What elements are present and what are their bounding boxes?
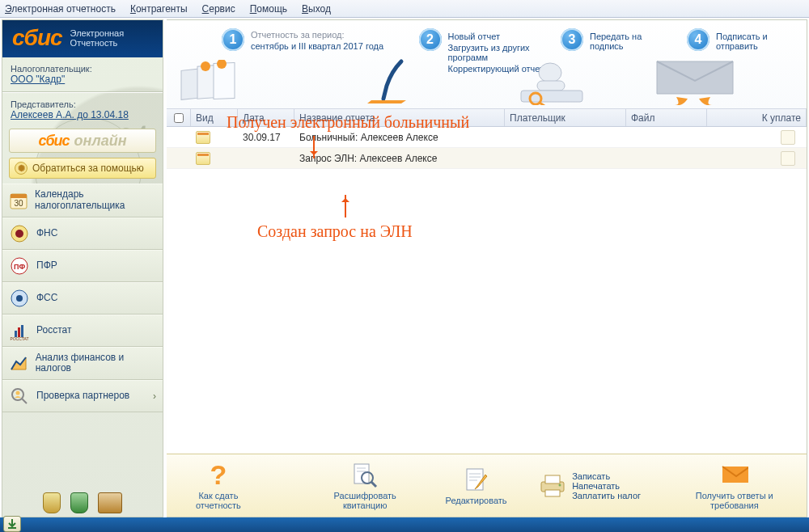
taxpayer-name[interactable]: ООО "Кадр" xyxy=(11,74,155,85)
question-icon: ? xyxy=(205,462,232,489)
step4-sign-send-link[interactable]: Подписать и отправить xyxy=(716,32,800,51)
svg-point-20 xyxy=(201,61,210,71)
col-pay[interactable]: К уплате xyxy=(707,109,807,126)
svg-point-8 xyxy=(16,295,23,302)
books-illustration-icon xyxy=(176,60,241,105)
svg-point-40 xyxy=(559,483,561,486)
sbis-online-button[interactable]: сбис онлайн xyxy=(9,129,156,153)
clerk-illustration-icon xyxy=(518,57,587,105)
tool-decrypt[interactable]: Расшифровать квитанцию xyxy=(311,462,420,510)
representative-name[interactable]: Алексеев А.А. до 13.04.18 xyxy=(11,109,155,120)
row-action-icon[interactable] xyxy=(781,130,795,145)
svg-rect-33 xyxy=(467,469,483,490)
tool-print-link[interactable]: Напечатать xyxy=(572,481,620,491)
step1-period-link[interactable]: сентябрь и III квартал 2017 года xyxy=(251,41,383,51)
pfr-emblem-icon: ПФ xyxy=(9,255,30,277)
svg-rect-1 xyxy=(11,194,27,198)
fss-emblem-icon xyxy=(9,288,30,309)
svg-rect-39 xyxy=(545,490,560,496)
fns-emblem-icon xyxy=(9,223,30,244)
help-button[interactable]: ✺ Обратиться за помощью xyxy=(9,158,156,179)
table-row[interactable]: 30.09.17 Больничный: Алексеев Алексе xyxy=(167,127,807,148)
calendar-icon: 30 xyxy=(9,190,28,211)
col-name[interactable]: Название отчета xyxy=(294,109,505,126)
taxpayer-label: Налогоплательщик: xyxy=(11,64,155,74)
svg-text:РОССТАТ: РОССТАТ xyxy=(10,336,28,340)
sidebar-item-calendar[interactable]: 30 Календарь налогоплательщика xyxy=(2,184,163,217)
step3-send-sign-link[interactable]: Передать на подпись xyxy=(590,32,674,51)
svg-text:30: 30 xyxy=(14,199,23,208)
row-name: Запрос ЭЛН: Алексеев Алексе xyxy=(294,153,505,164)
menu-item-contragents[interactable]: Контрагенты xyxy=(130,3,188,15)
envelope-illustration-icon xyxy=(652,53,741,105)
sidebar-item-rosstat[interactable]: РОССТАТ Росстат xyxy=(2,315,163,347)
printer-icon xyxy=(538,472,565,500)
step-number-2: 2 xyxy=(419,28,442,51)
sidebar-item-fns[interactable]: ФНС xyxy=(2,217,163,250)
svg-rect-23 xyxy=(537,81,565,91)
sidebar-item-partners[interactable]: Проверка партнеров › xyxy=(2,380,163,412)
tool-get-answers[interactable]: Получить ответы и требования xyxy=(671,462,798,510)
annotation-bottom: Создан запрос на ЭЛН xyxy=(257,222,413,241)
edit-doc-icon xyxy=(463,467,490,494)
bottom-toolbar: ? Как сдать отчетность Расшифровать квит… xyxy=(167,454,807,517)
magnifier-person-icon xyxy=(9,386,30,407)
target-icon: ✺ xyxy=(15,162,28,175)
menu-item-help[interactable]: Помощь xyxy=(250,3,287,15)
tool-actions-list: Записать Напечатать Заплатить налог xyxy=(533,471,646,500)
app-statusbar xyxy=(0,517,809,532)
svg-line-15 xyxy=(22,399,27,403)
badge-icon xyxy=(98,492,122,513)
step-number-4: 4 xyxy=(687,28,709,51)
step-bar: 1 Отчетность за период: сентябрь и III к… xyxy=(167,20,807,109)
svg-point-16 xyxy=(16,391,20,395)
row-date: 30.09.17 xyxy=(238,132,294,143)
logo-subtitle: ЭлектроннаяОтчетность xyxy=(70,28,125,48)
rosstat-emblem-icon: РОССТАТ xyxy=(9,320,30,341)
sidebar-footer-badges xyxy=(2,492,163,513)
magnifier-doc-icon xyxy=(351,462,379,489)
menu-item-exit[interactable]: Выход xyxy=(302,3,331,15)
taxpayer-block: Налогоплательщик: ООО "Кадр" xyxy=(2,57,163,88)
chevron-right-icon: › xyxy=(153,391,156,402)
logo-brand: сбис xyxy=(12,25,62,51)
menu-item-service[interactable]: Сервис xyxy=(202,3,235,15)
step-number-3: 3 xyxy=(561,28,583,51)
step1-label: Отчетность за период: xyxy=(251,30,345,40)
svg-line-32 xyxy=(371,482,376,487)
main-panel: 1 Отчетность за период: сентябрь и III к… xyxy=(167,19,807,517)
svg-rect-11 xyxy=(21,325,23,337)
tool-save-link[interactable]: Записать xyxy=(572,471,610,481)
tool-paytax-link[interactable]: Заплатить налог xyxy=(572,491,641,500)
step2-new-report-link[interactable]: Новый отчет xyxy=(448,32,548,41)
svg-point-4 xyxy=(15,230,23,238)
col-vid[interactable]: Вид xyxy=(191,109,238,126)
sidebar-item-pfr[interactable]: ПФ ПФР xyxy=(2,250,163,282)
sidebar-item-analysis[interactable]: Анализ финансов и налогов xyxy=(2,347,163,381)
table-row[interactable]: Запрос ЭЛН: Алексеев Алексе xyxy=(167,148,807,169)
chart-icon xyxy=(9,353,29,374)
logo: сбис ЭлектроннаяОтчетность xyxy=(2,20,163,57)
sidebar-item-fss[interactable]: ФСС xyxy=(2,282,163,315)
tool-edit[interactable]: Редактировать xyxy=(444,467,509,505)
tool-howto[interactable]: ? Как сдать отчетность xyxy=(175,462,262,510)
col-payer[interactable]: Плательщик xyxy=(505,109,626,126)
menu-item-reporting[interactable]: Электронная отчетность xyxy=(5,3,116,15)
step-number-1: 1 xyxy=(222,28,244,51)
select-all-checkbox[interactable] xyxy=(174,113,184,123)
svg-line-26 xyxy=(540,103,547,105)
download-button[interactable] xyxy=(3,516,21,532)
badge-icon xyxy=(70,492,88,513)
row-name: Больничный: Алексеев Алексе xyxy=(294,132,505,143)
pen-illustration-icon xyxy=(367,58,409,105)
svg-marker-27 xyxy=(657,61,733,94)
badge-icon xyxy=(43,492,61,513)
svg-rect-38 xyxy=(545,475,560,483)
table-header: Вид Дата Название отчета Плательщик Файл… xyxy=(167,109,807,127)
arrow-up-icon xyxy=(345,195,346,217)
sidebar: сбис ЭлектроннаяОтчетность Налогоплатель… xyxy=(2,19,163,517)
col-date[interactable]: Дата xyxy=(238,109,294,126)
representative-block: Представитель: Алексеев А.А. до 13.04.18 xyxy=(2,96,163,124)
row-action-icon[interactable] xyxy=(781,151,795,166)
col-file[interactable]: Файл xyxy=(626,109,707,126)
